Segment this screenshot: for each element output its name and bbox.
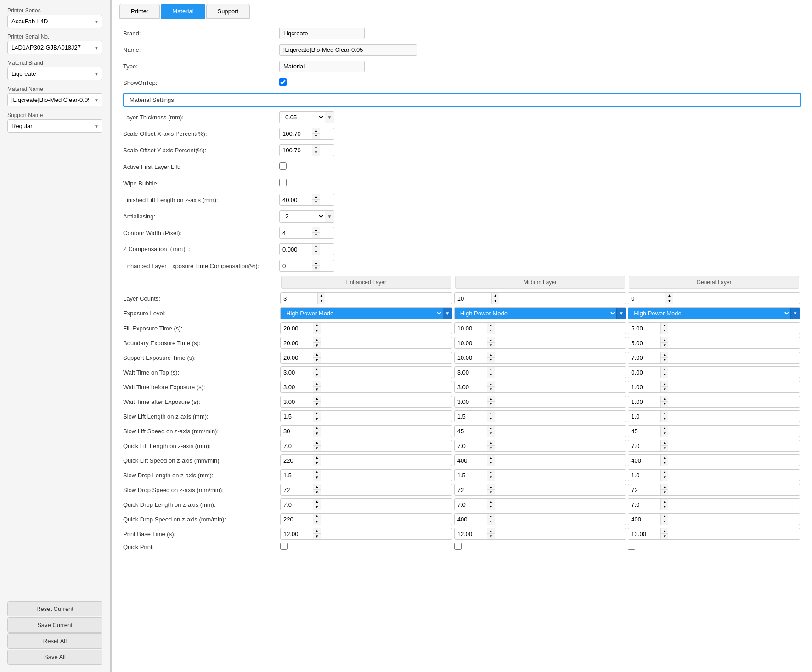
midium-slow-lift-speed-input[interactable]	[455, 426, 487, 437]
enhanced-quick-drop-speed-up[interactable]: ▲	[313, 514, 321, 519]
midium-quick-print-checkbox[interactable]	[454, 543, 462, 550]
scale-y-input[interactable]	[280, 145, 312, 156]
general-wait-after-up[interactable]: ▲	[661, 396, 668, 402]
enhanced-layer-exp-down[interactable]: ▼	[312, 266, 320, 271]
enhanced-layer-exp-input[interactable]	[280, 261, 312, 271]
enhanced-layer-exp-up[interactable]: ▲	[312, 260, 320, 266]
general-boundary-input[interactable]	[628, 338, 660, 348]
enhanced-print-base-up[interactable]: ▲	[313, 528, 321, 534]
midium-layer-counts-input[interactable]	[455, 293, 491, 304]
printer-series-select[interactable]: AccuFab-L4D	[7, 15, 102, 28]
midium-quick-drop-length-up[interactable]: ▲	[487, 499, 495, 504]
enhanced-quick-print-checkbox[interactable]	[280, 543, 288, 550]
general-wait-top-down[interactable]: ▼	[661, 372, 668, 378]
enhanced-wait-before-down[interactable]: ▼	[313, 387, 321, 392]
midium-quick-lift-speed-input[interactable]	[455, 455, 487, 466]
enhanced-quick-lift-length-down[interactable]: ▼	[313, 446, 321, 451]
general-quick-print-checkbox[interactable]	[628, 543, 635, 550]
enhanced-exposure-select[interactable]: High Power Mode	[281, 308, 443, 319]
midium-quick-lift-length-input[interactable]	[455, 441, 487, 451]
general-fill-exp-input[interactable]	[628, 323, 660, 334]
z-compensation-down[interactable]: ▼	[312, 249, 320, 255]
general-slow-lift-length-up[interactable]: ▲	[661, 411, 668, 416]
general-quick-lift-speed-down[interactable]: ▼	[661, 460, 668, 466]
midium-fill-exp-up[interactable]: ▲	[487, 323, 495, 328]
active-first-checkbox[interactable]	[279, 162, 287, 170]
tab-material[interactable]: Material	[161, 4, 205, 19]
enhanced-wait-top-up[interactable]: ▲	[313, 367, 321, 372]
general-print-base-down[interactable]: ▼	[661, 534, 668, 539]
general-slow-lift-length-input[interactable]	[628, 411, 660, 422]
midium-boundary-down[interactable]: ▼	[487, 343, 495, 348]
material-name-select[interactable]: [Liqcreate]Bio-Med Clear-0.05	[7, 93, 102, 106]
midium-support-down[interactable]: ▼	[487, 358, 495, 363]
midium-support-up[interactable]: ▲	[487, 352, 495, 358]
general-support-up[interactable]: ▲	[661, 352, 668, 358]
general-exposure-select[interactable]: High Power Mode	[628, 308, 790, 319]
general-support-down[interactable]: ▼	[661, 358, 668, 363]
name-input[interactable]	[279, 44, 417, 56]
general-quick-drop-speed-input[interactable]	[628, 514, 660, 525]
general-quick-lift-speed-input[interactable]	[628, 455, 660, 466]
enhanced-quick-drop-speed-down[interactable]: ▼	[313, 519, 321, 525]
contour-width-down[interactable]: ▼	[312, 233, 320, 238]
midium-slow-lift-length-up[interactable]: ▲	[487, 411, 495, 416]
midium-slow-drop-speed-down[interactable]: ▼	[487, 490, 495, 495]
enhanced-slow-lift-speed-down[interactable]: ▼	[313, 431, 321, 437]
layer-thickness-select[interactable]: 0.05	[280, 112, 325, 123]
support-name-select[interactable]: Regular	[7, 119, 102, 133]
antialiasing-select[interactable]: 2	[280, 211, 325, 222]
enhanced-slow-drop-speed-input[interactable]	[281, 485, 313, 495]
reset-current-button[interactable]: Reset Current	[7, 601, 102, 616]
enhanced-slow-drop-length-input[interactable]	[281, 470, 313, 481]
general-quick-lift-length-down[interactable]: ▼	[661, 446, 668, 451]
midium-support-input[interactable]	[455, 353, 487, 363]
midium-wait-top-up[interactable]: ▲	[487, 367, 495, 372]
midium-print-base-up[interactable]: ▲	[487, 528, 495, 534]
general-wait-before-up[interactable]: ▲	[661, 381, 668, 387]
enhanced-wait-before-input[interactable]	[281, 382, 313, 392]
midium-quick-drop-speed-input[interactable]	[455, 514, 487, 525]
general-wait-before-down[interactable]: ▼	[661, 387, 668, 392]
scale-y-up[interactable]: ▲	[312, 145, 320, 150]
enhanced-quick-drop-length-input[interactable]	[281, 499, 313, 510]
wipe-bubble-checkbox[interactable]	[279, 179, 287, 186]
printer-serial-select[interactable]: L4D1AP302-GJBA018J27	[7, 41, 102, 54]
midium-layer-counts-up[interactable]: ▲	[492, 293, 499, 298]
enhanced-slow-lift-length-input[interactable]	[281, 411, 313, 422]
enhanced-fill-exp-down[interactable]: ▼	[313, 328, 321, 334]
general-slow-drop-speed-up[interactable]: ▲	[661, 484, 668, 490]
general-slow-drop-length-up[interactable]: ▲	[661, 470, 668, 475]
material-brand-select[interactable]: Liqcreate	[7, 67, 102, 80]
midium-wait-top-input[interactable]	[455, 367, 487, 378]
enhanced-slow-lift-speed-up[interactable]: ▲	[313, 426, 321, 431]
midium-wait-before-input[interactable]	[455, 382, 487, 392]
save-all-button[interactable]: Save All	[7, 650, 102, 665]
midium-slow-drop-length-up[interactable]: ▲	[487, 470, 495, 475]
finished-lift-input[interactable]	[280, 195, 312, 205]
save-current-button[interactable]: Save Current	[7, 617, 102, 633]
z-compensation-up[interactable]: ▲	[312, 244, 320, 249]
midium-quick-lift-length-up[interactable]: ▲	[487, 440, 495, 446]
enhanced-boundary-input[interactable]	[281, 338, 313, 348]
enhanced-slow-drop-speed-down[interactable]: ▼	[313, 490, 321, 495]
midium-quick-drop-speed-up[interactable]: ▲	[487, 514, 495, 519]
midium-print-base-input[interactable]	[455, 529, 487, 539]
general-support-input[interactable]	[628, 353, 660, 363]
midium-quick-drop-speed-down[interactable]: ▼	[487, 519, 495, 525]
general-quick-drop-speed-up[interactable]: ▲	[661, 514, 668, 519]
general-boundary-down[interactable]: ▼	[661, 343, 668, 348]
general-quick-lift-length-up[interactable]: ▲	[661, 440, 668, 446]
enhanced-boundary-down[interactable]: ▼	[313, 343, 321, 348]
midium-quick-lift-speed-down[interactable]: ▼	[487, 460, 495, 466]
midium-slow-drop-speed-up[interactable]: ▲	[487, 484, 495, 490]
midium-wait-before-up[interactable]: ▲	[487, 381, 495, 387]
general-slow-lift-speed-down[interactable]: ▼	[661, 431, 668, 437]
enhanced-quick-lift-speed-input[interactable]	[281, 455, 313, 466]
general-fill-exp-down[interactable]: ▼	[661, 328, 668, 334]
midium-boundary-up[interactable]: ▲	[487, 337, 495, 343]
midium-quick-drop-length-input[interactable]	[455, 499, 487, 510]
midium-exposure-select[interactable]: High Power Mode	[455, 308, 617, 319]
scale-x-input[interactable]	[280, 129, 312, 139]
midium-quick-lift-speed-up[interactable]: ▲	[487, 455, 495, 460]
